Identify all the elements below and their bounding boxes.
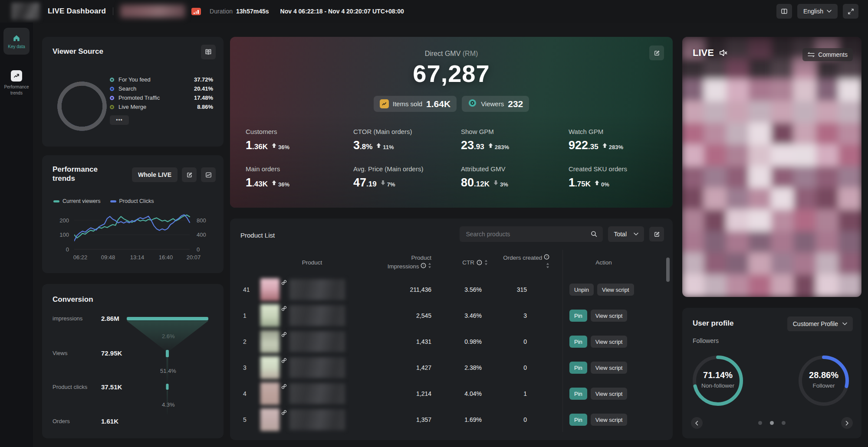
pin-button[interactable]: Pin bbox=[569, 336, 587, 348]
edit-icon bbox=[654, 50, 660, 56]
carousel-dot-active[interactable] bbox=[770, 421, 774, 425]
non-follower-ring: 71.14% Non-follower bbox=[691, 354, 745, 408]
ring-chart bbox=[691, 354, 745, 408]
user-profile-card: User profile Customer Profile Followers … bbox=[682, 308, 861, 438]
chart-view-button[interactable] bbox=[201, 167, 216, 182]
user-profile-title: User profile bbox=[693, 319, 733, 328]
product-rank: 1 bbox=[240, 312, 260, 319]
impressions-value: 1,214 bbox=[364, 390, 431, 397]
product-name-redacted bbox=[289, 383, 345, 404]
metric: Customers 1.36K36% bbox=[246, 128, 353, 152]
sort-icon bbox=[428, 263, 431, 268]
product-name-redacted bbox=[289, 357, 345, 378]
view-script-button[interactable]: View script bbox=[591, 388, 628, 400]
layout-toggle-button[interactable] bbox=[776, 4, 792, 19]
table-row: 5 1,357 1.69% 0 PinView script bbox=[240, 407, 662, 433]
mute-icon bbox=[718, 48, 728, 58]
viewer-source-card: Viewer Source For You feed 37.72% Search… bbox=[42, 37, 224, 147]
more-button[interactable]: ••• bbox=[110, 115, 129, 125]
fullscreen-button[interactable] bbox=[843, 4, 858, 19]
column-action: Action bbox=[549, 259, 658, 266]
chart-legend: Current viewers Product Clicks bbox=[53, 198, 154, 204]
table-body: 41 211,436 3.56% 315 UnpinView script 1 … bbox=[240, 277, 662, 433]
legend-item: Promoted Traffic 17.48% bbox=[110, 93, 213, 102]
y-axis-tick: 400 bbox=[197, 232, 213, 238]
metric: Avg. Price (Main orders) 47.197% bbox=[353, 165, 461, 189]
table-scrollbar[interactable] bbox=[666, 258, 670, 282]
pin-button[interactable]: Pin bbox=[569, 414, 587, 426]
edit-chart-button[interactable] bbox=[182, 167, 197, 182]
product-rank: 5 bbox=[240, 416, 260, 423]
view-script-button[interactable]: View script bbox=[591, 336, 628, 348]
view-script-button[interactable]: View script bbox=[591, 362, 628, 374]
edit-list-button[interactable] bbox=[649, 227, 664, 241]
edit-gmv-button[interactable] bbox=[649, 46, 664, 60]
ctr-value: 4.04% bbox=[431, 390, 488, 397]
product-list-card: Product List Total Product ProductImpres… bbox=[230, 219, 673, 440]
product-thumbnail bbox=[260, 304, 279, 327]
view-script-button[interactable]: View script bbox=[591, 414, 628, 426]
product-name-redacted bbox=[289, 279, 345, 300]
pin-button[interactable]: Pin bbox=[569, 362, 587, 374]
metric: Show GPM 23.93283% bbox=[461, 128, 569, 152]
product-name-redacted bbox=[289, 305, 345, 326]
link-icon bbox=[281, 306, 287, 313]
column-ctr[interactable]: CTR ? bbox=[431, 259, 488, 266]
funnel-step: Orders1.61K bbox=[53, 418, 135, 425]
pin-button[interactable]: Pin bbox=[569, 388, 587, 400]
comments-toggle-button[interactable]: Comments bbox=[802, 48, 853, 61]
product-thumbnail bbox=[260, 356, 279, 379]
legend-item: Search 20.41% bbox=[110, 84, 213, 93]
search-input[interactable] bbox=[460, 226, 603, 242]
sidebar-item-performance-trends[interactable]: Performance trends bbox=[0, 70, 33, 96]
viewers-badge: Viewers 232 bbox=[462, 96, 529, 112]
arrow-icon bbox=[595, 180, 599, 185]
language-selector[interactable]: English bbox=[797, 4, 838, 19]
legend-swatch bbox=[110, 105, 114, 109]
view-script-button[interactable]: View script bbox=[591, 310, 628, 322]
sidebar-item-key-data[interactable]: Key data bbox=[3, 28, 30, 55]
range-selector-button[interactable]: Whole LIVE bbox=[132, 167, 178, 182]
live-badge: LIVE bbox=[693, 47, 728, 59]
carousel-dot[interactable] bbox=[758, 421, 762, 425]
view-script-button[interactable]: View script bbox=[597, 284, 634, 296]
carousel-next-button[interactable] bbox=[841, 417, 853, 429]
column-orders-created[interactable]: Orders created ? bbox=[488, 254, 549, 271]
column-impressions[interactable]: ProductImpressions ? bbox=[364, 254, 431, 271]
profile-type-dropdown[interactable]: Customer Profile bbox=[787, 316, 853, 331]
followers-section-label: Followers bbox=[693, 337, 719, 344]
duration-value: 13h57m45s bbox=[236, 8, 269, 15]
column-product[interactable]: Product bbox=[260, 259, 364, 266]
total-filter-dropdown[interactable]: Total bbox=[608, 226, 644, 242]
gmv-card: Direct GMV (RM) 67,287 Items sold 1.64K … bbox=[230, 37, 673, 208]
legend-item: Live Merge 8.86% bbox=[110, 102, 213, 111]
funnel-step: Views72.95K bbox=[53, 349, 135, 357]
product-thumbnail bbox=[260, 278, 279, 301]
duration-label: Duration bbox=[210, 8, 233, 15]
table-row: 2 1,431 0.98% 0 PinView script bbox=[240, 329, 662, 355]
orders-value: 0 bbox=[488, 338, 549, 345]
carousel-dot[interactable] bbox=[782, 421, 786, 425]
chevron-right-icon bbox=[845, 421, 849, 426]
viewer-source-legend: For You feed 37.72% Search 20.41% Promot… bbox=[110, 75, 213, 111]
metric: Attributed GMV 80.12K3% bbox=[461, 165, 569, 189]
arrow-icon bbox=[376, 143, 381, 148]
pin-button[interactable]: Pin bbox=[569, 310, 587, 322]
product-rank: 3 bbox=[240, 364, 260, 371]
ctr-value: 3.56% bbox=[431, 286, 488, 293]
orders-value: 1 bbox=[488, 390, 549, 397]
gmv-title: Direct GMV (RM) bbox=[230, 50, 673, 58]
table-row: 3 1,427 2.38% 0 PinView script bbox=[240, 355, 662, 381]
search-icon bbox=[590, 230, 598, 239]
sort-icon bbox=[546, 263, 549, 268]
unpin-button[interactable]: Unpin bbox=[569, 284, 594, 296]
orders-value: 3 bbox=[488, 312, 549, 319]
table-row: 41 211,436 3.56% 315 UnpinView script bbox=[240, 277, 662, 303]
chevron-down-icon bbox=[827, 10, 832, 13]
carousel-dots bbox=[682, 421, 861, 425]
items-sold-icon bbox=[380, 99, 389, 108]
viewer-source-detail-button[interactable] bbox=[201, 45, 216, 59]
divider bbox=[113, 7, 113, 15]
table-row: 1 2,545 3.46% 3 PinView script bbox=[240, 303, 662, 329]
funnel-step: impressions2.86M bbox=[53, 315, 135, 322]
